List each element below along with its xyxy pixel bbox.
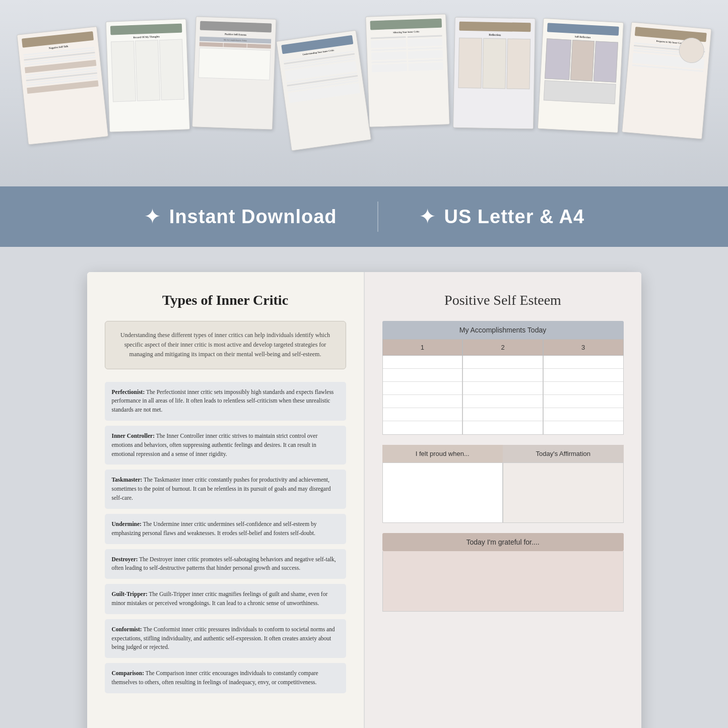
collage-section: Negative Self Talk Record Of My Thoughts… <box>0 0 728 186</box>
table-row <box>463 356 543 369</box>
banner-item-1: ✦ Instant Download <box>144 206 337 228</box>
table-row <box>383 395 462 408</box>
table-row <box>544 421 623 434</box>
critic-perfectionist: Perfectionist: The Perfectionist inner c… <box>105 382 346 421</box>
banner-item-2: ✦ US Letter & A4 <box>419 206 585 228</box>
critic-undermine: Undermine: The Undermine inner critic un… <box>105 514 346 544</box>
grateful-content <box>382 551 624 612</box>
proud-affirmation-section: I felt proud when... Today's Affirmation <box>382 445 624 523</box>
intro-text: Understanding these different types of i… <box>120 332 330 358</box>
col-2-header: 2 <box>462 339 543 356</box>
table-row <box>463 382 543 395</box>
table-row <box>383 421 462 434</box>
mini-title-6: Reflection <box>459 33 531 37</box>
proud-section: I felt proud when... <box>382 445 503 523</box>
instant-download-label: Instant Download <box>169 206 337 228</box>
col-2-rows <box>462 356 543 435</box>
critic-conformist: Conformist: The Conformist inner critic … <box>105 619 346 658</box>
table-row <box>383 369 462 382</box>
star-icon-2: ✦ <box>419 206 436 227</box>
critic-taskmaster-name: Taskmaster: <box>112 477 143 483</box>
mini-page-4: Understanding Your Inner Critic <box>276 30 371 151</box>
table-row <box>544 408 623 421</box>
table-row <box>383 356 462 369</box>
critic-inner-controller-name: Inner Controller: <box>112 433 155 439</box>
intro-box: Understanding these different types of i… <box>105 321 346 369</box>
table-row <box>463 408 543 421</box>
table-row <box>463 395 543 408</box>
grateful-header: Today I'm grateful for.... <box>382 533 624 551</box>
accomplishments-columns: 1 2 <box>382 339 624 435</box>
col-3-header: 3 <box>543 339 624 356</box>
col-3-wrapper: 3 <box>543 339 624 435</box>
accomplishments-section: My Accomplishments Today 1 <box>382 321 624 435</box>
critic-destroyer: Destroyer: The Destroyer inner critic pr… <box>105 549 346 579</box>
col-2-wrapper: 2 <box>462 339 543 435</box>
paper-size-label: US Letter & A4 <box>444 206 585 228</box>
critic-taskmaster: Taskmaster: The Taskmaster inner critic … <box>105 470 346 508</box>
critic-perfectionist-desc: The Perfectionist inner critic sets impo… <box>112 389 334 413</box>
right-page-title: Positive Self Esteem <box>382 292 624 308</box>
main-content: Types of Inner Critic Understanding thes… <box>0 247 728 728</box>
mini-title-3: Positive Self Esteem <box>200 32 271 37</box>
star-icon-1: ✦ <box>144 206 161 227</box>
critic-comparison: Comparison: The Comparison inner critic … <box>105 663 346 693</box>
critic-perfectionist-name: Perfectionist: <box>112 389 145 395</box>
table-row <box>544 382 623 395</box>
mini-title-2: Record Of My Thoughts <box>110 35 182 40</box>
table-row <box>463 421 543 434</box>
critic-conformist-desc: The Conformist inner critic pressures in… <box>112 626 335 650</box>
table-row <box>544 395 623 408</box>
table-row <box>544 356 623 369</box>
critic-inner-controller: Inner Controller: The Inner Controller i… <box>105 426 346 465</box>
critic-comparison-name: Comparison: <box>112 670 145 676</box>
pages-row: Negative Self Talk Record Of My Thoughts… <box>0 0 728 126</box>
critic-guilt-tripper-name: Guilt-Tripper: <box>112 591 148 597</box>
mini-title-5: Silencing Your Inner Critic <box>370 30 442 35</box>
banner: ✦ Instant Download ✦ US Letter & A4 <box>0 186 728 247</box>
affirmation-section: Today's Affirmation <box>503 445 624 523</box>
affirmation-content <box>503 462 624 523</box>
left-page-title: Types of Inner Critic <box>105 292 346 308</box>
affirmation-header: Today's Affirmation <box>503 445 624 462</box>
table-row <box>383 382 462 395</box>
book-spread: Types of Inner Critic Understanding thes… <box>87 272 641 728</box>
accomplishments-header: My Accomplishments Today <box>382 321 624 339</box>
table-row <box>463 369 543 382</box>
proud-header: I felt proud when... <box>382 445 503 462</box>
critic-taskmaster-desc: The Taskmaster inner critic constantly p… <box>112 477 331 501</box>
mini-page-8: Response to My Inner Critic <box>621 22 711 139</box>
critic-destroyer-name: Destroyer: <box>112 556 138 562</box>
col-1-wrapper: 1 <box>382 339 463 435</box>
mini-page-2: Record Of My Thoughts <box>105 19 190 132</box>
mini-page-1: Negative Self Talk <box>17 26 108 145</box>
grateful-section: Today I'm grateful for.... <box>382 533 624 612</box>
critic-undermine-desc: The Undermine inner critic undermines se… <box>112 521 317 536</box>
table-row <box>383 408 462 421</box>
mini-page-6: Reflection <box>453 17 536 129</box>
mini-page-3: Positive Self Esteem My Accomplishments … <box>192 16 277 129</box>
proud-content <box>382 462 503 523</box>
critic-conformist-name: Conformist: <box>112 626 142 632</box>
col-3-rows <box>543 356 624 435</box>
left-page: Types of Inner Critic Understanding thes… <box>87 272 365 728</box>
table-row <box>544 369 623 382</box>
banner-divider <box>377 202 378 232</box>
critic-destroyer-desc: The Destroyer inner critic promotes self… <box>112 556 336 571</box>
critic-undermine-name: Undermine: <box>112 521 142 527</box>
mini-page-7: Self-Reflection <box>537 18 623 133</box>
critic-guilt-tripper: Guilt-Tripper: The Guilt-Tripper inner c… <box>105 584 346 614</box>
col-1-rows <box>382 356 463 435</box>
right-page: Positive Self Esteem My Accomplishments … <box>365 272 641 728</box>
col-1-header: 1 <box>382 339 463 356</box>
mini-page-5: Silencing Your Inner Critic <box>365 14 450 127</box>
